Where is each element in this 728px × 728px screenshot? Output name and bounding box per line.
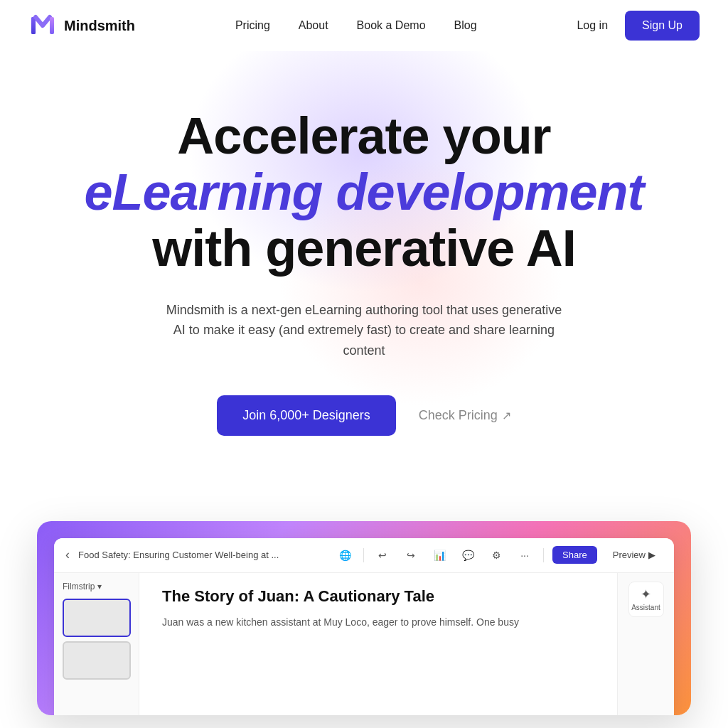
svg-rect-2 [50,17,54,34]
slide-title: The Story of Juan: A Cautionary Tale [162,587,594,606]
toolbar-divider-2 [543,548,544,562]
filmstrip-item-2[interactable] [63,641,131,680]
toolbar-divider [363,548,364,562]
hero-title-line2: eLearning development [28,164,700,220]
preview-label: Preview [613,550,646,560]
app-toolbar: ‹ Food Safety: Ensuring Customer Well-be… [54,538,674,573]
hero-cta: Join 6,000+ Designers Check Pricing ↗ [28,395,700,436]
slide-content: The Story of Juan: A Cautionary Tale Jua… [139,573,617,715]
navbar-actions: Log in Sign Up [577,11,700,41]
join-button[interactable]: Join 6,000+ Designers [217,395,396,436]
right-panel: ✦ Assistant [617,573,674,715]
nav-book-demo[interactable]: Book a Demo [357,19,426,32]
app-content: Filmstrip ▾ The Story of Juan: A Caution… [54,573,674,715]
preview-button[interactable]: Preview ▶ [606,546,663,564]
app-window: ‹ Food Safety: Ensuring Customer Well-be… [54,538,674,715]
signup-button[interactable]: Sign Up [625,11,700,41]
app-preview-wrapper: ‹ Food Safety: Ensuring Customer Well-be… [0,478,728,715]
slide-text: Juan was a new kitchen assistant at Muy … [162,614,594,630]
more-icon[interactable]: ··· [515,545,535,565]
filmstrip-item-1[interactable] [63,599,131,637]
check-pricing-text: Check Pricing [419,408,498,423]
hero-subtitle: Mindsmith is a next-gen eLearning author… [165,300,563,361]
check-pricing-link[interactable]: Check Pricing ↗ [419,408,511,423]
globe-icon[interactable]: 🌐 [335,545,355,565]
breadcrumb: Food Safety: Ensuring Customer Well-bein… [78,550,326,560]
nav-links: Pricing About Book a Demo Blog [235,19,477,32]
nav-about[interactable]: About [299,19,328,32]
undo-icon[interactable]: ↩ [373,545,392,565]
preview-icon: ▶ [648,550,655,560]
share-button[interactable]: Share [552,546,597,564]
hero-section: Accelerate your eLearning development wi… [0,51,728,478]
login-link[interactable]: Log in [577,19,608,32]
back-button[interactable]: ‹ [65,547,70,562]
logo-text: Mindsmith [64,18,135,34]
navbar: Mindsmith Pricing About Book a Demo Blog… [0,0,728,51]
hero-title-line3: with generative AI [28,220,700,277]
filmstrip-label: Filmstrip ▾ [63,582,130,592]
comment-icon[interactable]: 💬 [458,545,478,565]
assistant-icon: ✦ [641,587,651,602]
assistant-button[interactable]: ✦ Assistant [628,582,664,617]
logo-icon [28,11,57,40]
logo-link[interactable]: Mindsmith [28,11,135,40]
assistant-label: Assistant [631,604,660,611]
hero-content: Accelerate your eLearning development wi… [28,108,700,436]
hero-title-line1: Accelerate your [28,108,700,164]
app-sidebar: Filmstrip ▾ [54,573,139,715]
chart-icon[interactable]: 📊 [429,545,449,565]
nav-pricing[interactable]: Pricing [235,19,270,32]
nav-blog[interactable]: Blog [454,19,477,32]
external-link-icon: ↗ [502,409,511,422]
redo-icon[interactable]: ↪ [401,545,421,565]
hero-title: Accelerate your eLearning development wi… [28,108,700,277]
app-preview: ‹ Food Safety: Ensuring Customer Well-be… [37,521,691,715]
settings-icon[interactable]: ⚙ [486,545,506,565]
